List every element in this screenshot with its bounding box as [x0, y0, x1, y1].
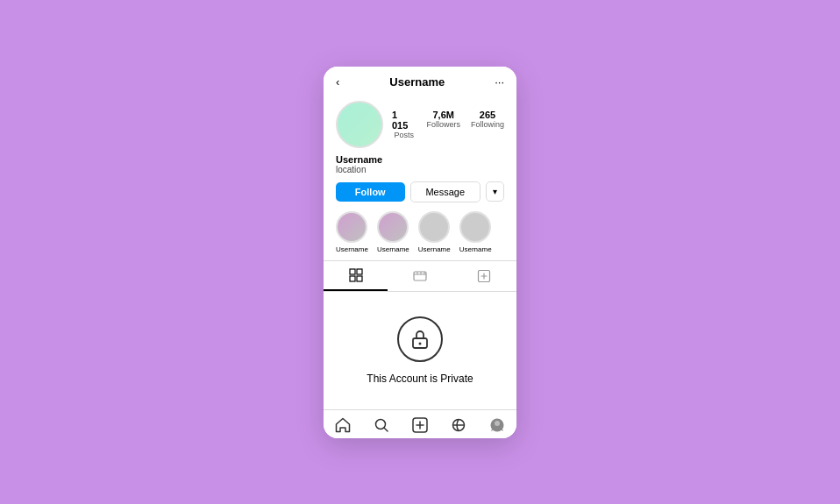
highlight-circle-4: [459, 211, 491, 243]
highlight-label-1: Username: [336, 245, 368, 253]
bottom-nav: [324, 409, 516, 438]
nav-profile[interactable]: [478, 417, 516, 433]
tab-grid[interactable]: [324, 261, 388, 291]
svg-rect-2: [350, 276, 355, 281]
posts-count: 1 015: [392, 110, 416, 131]
highlights-row: Username Username Username Username: [324, 202, 516, 260]
following-label: Following: [471, 120, 504, 129]
highlight-label-2: Username: [377, 245, 409, 253]
svg-point-19: [495, 421, 500, 426]
stat-followers[interactable]: 7,6M Followers: [426, 110, 460, 139]
profile-top-row: 1 015 Posts 7,6M Followers 265 Following: [336, 101, 504, 148]
phone-frame: ‹ Username ··· 1 015 Posts 7,6M Follower…: [324, 67, 516, 438]
lock-circle: [397, 316, 443, 362]
stats-row: 1 015 Posts 7,6M Followers 265 Following: [392, 110, 504, 139]
profile-name: Username: [336, 154, 504, 165]
tab-reels[interactable]: [388, 261, 452, 291]
posts-label: Posts: [394, 131, 414, 139]
nav-add[interactable]: [401, 417, 439, 433]
more-button[interactable]: ···: [495, 75, 504, 89]
profile-section: 1 015 Posts 7,6M Followers 265 Following…: [324, 94, 516, 202]
highlight-3[interactable]: Username: [418, 211, 451, 253]
highlight-circle-3: [418, 211, 450, 243]
followers-label: Followers: [426, 120, 460, 129]
nav-search[interactable]: [362, 417, 401, 433]
highlight-4[interactable]: Username: [459, 211, 492, 253]
nav-activity[interactable]: [439, 417, 478, 433]
profile-location: location: [336, 165, 504, 174]
private-section: This Account is Private: [324, 292, 516, 409]
svg-line-13: [384, 428, 388, 431]
svg-rect-3: [357, 276, 362, 281]
avatar: [336, 101, 383, 148]
highlight-1[interactable]: Username: [336, 211, 368, 253]
follow-button[interactable]: Follow: [336, 182, 405, 202]
dropdown-button[interactable]: ▾: [486, 181, 504, 202]
tab-tagged[interactable]: [452, 261, 516, 291]
lock-icon: [410, 329, 430, 350]
stat-following[interactable]: 265 Following: [471, 110, 504, 139]
nav-home[interactable]: [324, 417, 362, 433]
message-button[interactable]: Message: [410, 181, 481, 202]
following-count: 265: [480, 110, 495, 120]
svg-rect-0: [350, 269, 355, 274]
back-button[interactable]: ‹: [336, 75, 339, 89]
highlight-label-4: Username: [459, 245, 492, 253]
header-username: Username: [389, 75, 445, 89]
highlight-label-3: Username: [418, 245, 451, 253]
highlight-circle-1: [336, 211, 367, 243]
followers-count: 7,6M: [432, 110, 453, 120]
tabs-row: [324, 260, 516, 292]
svg-rect-1: [357, 269, 362, 274]
svg-point-11: [419, 342, 422, 344]
highlight-circle-2: [377, 211, 409, 243]
stat-posts: 1 015 Posts: [392, 110, 416, 139]
action-row: Follow Message ▾: [336, 181, 504, 202]
private-text: This Account is Private: [367, 373, 473, 385]
highlight-2[interactable]: Username: [377, 211, 409, 253]
profile-header: ‹ Username ···: [324, 67, 516, 94]
